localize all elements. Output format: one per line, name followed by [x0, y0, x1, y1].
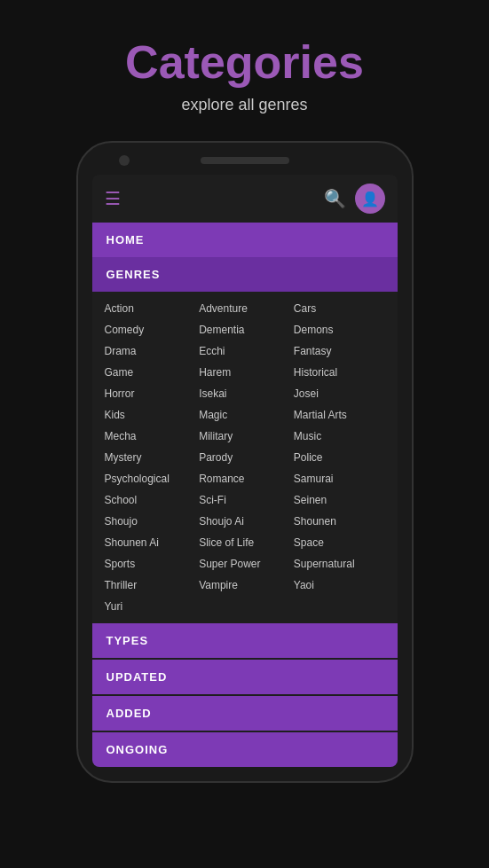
genre-space[interactable]: Space	[294, 535, 385, 551]
genre-isekai[interactable]: Isekai	[199, 386, 290, 402]
genre-fantasy[interactable]: Fantasy	[294, 343, 385, 359]
genre-romance[interactable]: Romance	[199, 471, 290, 487]
genre-empty1	[199, 598, 290, 614]
hamburger-icon[interactable]: ☰	[105, 188, 121, 209]
genre-slice-of-life[interactable]: Slice of Life	[199, 535, 290, 551]
genre-super-power[interactable]: Super Power	[199, 556, 290, 572]
phone-mockup: ☰ 🔍 👤 HOME GENRES Action Adventure Cars …	[76, 141, 414, 783]
genre-comedy[interactable]: Comedy	[105, 322, 196, 338]
genre-adventure[interactable]: Adventure	[199, 301, 290, 317]
genre-parody[interactable]: Parody	[199, 450, 290, 465]
nav-home[interactable]: HOME	[92, 223, 398, 257]
genre-seinen[interactable]: Seinen	[294, 492, 385, 508]
genre-demons[interactable]: Demons	[294, 322, 385, 338]
genre-supernatural[interactable]: Supernatural	[294, 556, 385, 572]
genre-game[interactable]: Game	[105, 364, 196, 380]
phone-top-bar	[92, 157, 398, 164]
user-avatar-button[interactable]: 👤	[355, 184, 385, 214]
page-title: Categories	[125, 35, 364, 89]
section-added[interactable]: ADDED	[92, 696, 398, 731]
nav-section: HOME GENRES	[92, 223, 398, 292]
genre-dementia[interactable]: Dementia	[199, 322, 290, 338]
nav-genres[interactable]: GENRES	[92, 257, 398, 292]
genre-shounen[interactable]: Shounen	[294, 513, 385, 529]
genre-sports[interactable]: Sports	[105, 556, 196, 572]
search-icon[interactable]: 🔍	[324, 188, 346, 209]
genre-mystery[interactable]: Mystery	[105, 450, 196, 465]
header-actions: 🔍 👤	[324, 184, 385, 214]
genre-magic[interactable]: Magic	[199, 407, 290, 423]
genre-yuri[interactable]: Yuri	[105, 598, 196, 614]
genre-sci-fi[interactable]: Sci-Fi	[199, 492, 290, 508]
genre-drama[interactable]: Drama	[105, 343, 196, 359]
section-updated[interactable]: UPDATED	[92, 660, 398, 694]
user-icon: 👤	[361, 191, 379, 207]
genre-shoujo-ai[interactable]: Shoujo Ai	[199, 513, 290, 529]
genre-samurai[interactable]: Samurai	[294, 471, 385, 487]
genre-police[interactable]: Police	[294, 450, 385, 465]
page-subtitle: explore all genres	[125, 96, 364, 114]
screen-content: Action Adventure Cars Comedy Dementia De…	[92, 292, 398, 767]
section-ongoing[interactable]: ONGOING	[92, 732, 398, 767]
genre-horror[interactable]: Horror	[105, 386, 196, 402]
genre-josei[interactable]: Josei	[294, 386, 385, 402]
genre-kids[interactable]: Kids	[105, 407, 196, 423]
genre-military[interactable]: Military	[199, 428, 290, 444]
genre-shounen-ai[interactable]: Shounen Ai	[105, 535, 196, 551]
phone-speaker	[201, 157, 289, 164]
genre-cars[interactable]: Cars	[294, 301, 385, 317]
genre-mecha[interactable]: Mecha	[105, 428, 196, 444]
genre-yaoi[interactable]: Yaoi	[294, 577, 385, 593]
genre-vampire[interactable]: Vampire	[199, 577, 290, 593]
genre-ecchi[interactable]: Ecchi	[199, 343, 290, 359]
genre-shoujo[interactable]: Shoujo	[105, 513, 196, 529]
genre-thriller[interactable]: Thriller	[105, 577, 196, 593]
genre-empty2	[294, 598, 385, 614]
phone-screen: ☰ 🔍 👤 HOME GENRES Action Adventure Cars …	[92, 175, 398, 767]
section-types[interactable]: TYPES	[92, 623, 398, 658]
genre-school[interactable]: School	[105, 492, 196, 508]
genre-music[interactable]: Music	[294, 428, 385, 444]
genre-psychological[interactable]: Psychological	[105, 471, 196, 487]
app-header: ☰ 🔍 👤	[92, 175, 398, 223]
genre-martial-arts[interactable]: Martial Arts	[294, 407, 385, 423]
genre-harem[interactable]: Harem	[199, 364, 290, 380]
genres-grid: Action Adventure Cars Comedy Dementia De…	[92, 292, 398, 623]
genre-action[interactable]: Action	[105, 301, 196, 317]
genre-historical[interactable]: Historical	[294, 364, 385, 380]
phone-camera	[119, 155, 130, 166]
